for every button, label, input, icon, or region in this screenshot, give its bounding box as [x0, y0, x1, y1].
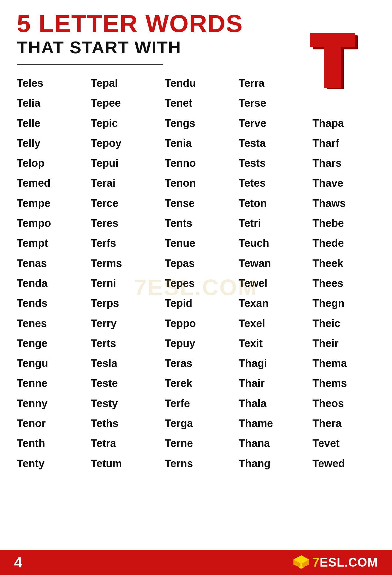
word-cell: Tesla — [85, 353, 159, 373]
word-cell: Tewed — [307, 454, 381, 474]
word-cell: Tenny — [11, 394, 85, 414]
word-cell: Tepes — [159, 273, 233, 293]
word-cell: Tenia — [159, 133, 233, 153]
word-cell: Terra — [233, 73, 307, 93]
word-cell: Thegn — [307, 293, 381, 313]
word-cell: Teppo — [159, 314, 233, 334]
word-cell: Tempe — [11, 193, 85, 213]
word-cell: Telop — [11, 153, 85, 173]
word-cell: Terga — [159, 414, 233, 433]
word-grid: TelesTepalTenduTerraTeliaTepeeTenetTerse… — [0, 73, 392, 474]
word-cell: Tewel — [233, 273, 307, 293]
subtitle: THAT START WITH — [17, 39, 181, 56]
word-cell: Terce — [85, 193, 159, 213]
word-cell: Tenty — [11, 454, 85, 474]
word-cell: Testa — [233, 133, 307, 153]
word-cell: Terms — [85, 254, 159, 273]
word-cell: Terek — [159, 373, 233, 393]
word-cell: Teths — [85, 414, 159, 433]
word-cell: Telle — [11, 113, 85, 133]
word-cell: Thana — [233, 433, 307, 453]
word-cell: Tenda — [11, 273, 85, 293]
word-cell: Terns — [159, 454, 233, 474]
word-cell: Thees — [307, 273, 381, 293]
logo-text: 7ESL.COM — [313, 555, 378, 569]
word-cell: Thera — [307, 414, 381, 433]
word-cell: Tenon — [159, 173, 233, 193]
svg-rect-3 — [324, 33, 341, 88]
word-cell: Thebe — [307, 213, 381, 233]
word-cell: Thars — [307, 153, 381, 173]
word-cell: Terne — [159, 433, 233, 453]
word-cell: Tenes — [11, 314, 85, 334]
word-cell: Texel — [233, 314, 307, 334]
word-cell: Teles — [11, 73, 85, 93]
word-cell: Theos — [307, 394, 381, 414]
word-cell: Theek — [307, 254, 381, 273]
svg-point-9 — [299, 566, 304, 569]
word-cell: Tenne — [11, 373, 85, 393]
word-cell: Tengu — [11, 353, 85, 373]
main-title: 5 LETTER WORDS — [17, 11, 375, 36]
word-cell: Tepas — [159, 254, 233, 273]
word-cell: Texan — [233, 293, 307, 313]
footer: 4 7ESL.COM — [0, 550, 392, 575]
word-cell: Tenue — [159, 233, 233, 253]
word-cell: Their — [307, 334, 381, 353]
word-cell: Teres — [85, 213, 159, 233]
word-cell: Tenge — [11, 334, 85, 353]
word-cell: Terai — [85, 173, 159, 193]
word-cell: Tengs — [159, 113, 233, 133]
word-cell: Tents — [159, 213, 233, 233]
word-cell: Thapa — [307, 113, 381, 133]
big-letter-t — [308, 33, 358, 89]
word-cell: Thang — [233, 454, 307, 474]
word-cell: Thede — [307, 233, 381, 253]
word-cell: Tenet — [159, 93, 233, 113]
word-cell: Terts — [85, 334, 159, 353]
word-cell: Teuch — [233, 233, 307, 253]
word-cell: Temed — [11, 173, 85, 193]
word-cell: Texit — [233, 334, 307, 353]
word-cell: Tevet — [307, 433, 381, 453]
word-cell: Teton — [233, 193, 307, 213]
divider — [17, 64, 163, 65]
page-number: 4 — [14, 554, 22, 571]
word-cell: Tenno — [159, 153, 233, 173]
word-cell: Tetum — [85, 454, 159, 474]
word-cell: Tepid — [159, 293, 233, 313]
logo-esl: ESL.COM — [320, 555, 378, 569]
footer-logo: 7ESL.COM — [293, 554, 378, 571]
word-cell: Tends — [11, 293, 85, 313]
word-cell: Telia — [11, 93, 85, 113]
word-cell: Tepee — [85, 93, 159, 113]
word-cell — [307, 93, 381, 113]
word-cell: Tepui — [85, 153, 159, 173]
word-cell: Telly — [11, 133, 85, 153]
word-cell: Thair — [233, 373, 307, 393]
word-cell: Tempt — [11, 233, 85, 253]
word-cell: Tendu — [159, 73, 233, 93]
word-cell: Tenor — [11, 414, 85, 433]
word-cell: Thave — [307, 173, 381, 193]
word-cell: Tetes — [233, 173, 307, 193]
word-cell: Tetri — [233, 213, 307, 233]
word-cell: Thema — [307, 353, 381, 373]
subtitle-row: THAT START WITH — [17, 39, 375, 56]
word-cell: Tests — [233, 153, 307, 173]
word-cell: Tepoy — [85, 133, 159, 153]
logo-seven: 7 — [313, 555, 320, 569]
word-cell: Terfe — [159, 394, 233, 414]
word-cell: Tharf — [307, 133, 381, 153]
word-cell: Terfs — [85, 233, 159, 253]
word-cell: Thagi — [233, 353, 307, 373]
word-cell: Terry — [85, 314, 159, 334]
word-cell: Teras — [159, 353, 233, 373]
word-cell: Tepuy — [159, 334, 233, 353]
word-cell: Theic — [307, 314, 381, 334]
word-cell: Tempo — [11, 213, 85, 233]
word-cell: Tewan — [233, 254, 307, 273]
word-cell: Thaws — [307, 193, 381, 213]
graduation-cap-icon — [293, 554, 310, 571]
word-cell: Terni — [85, 273, 159, 293]
